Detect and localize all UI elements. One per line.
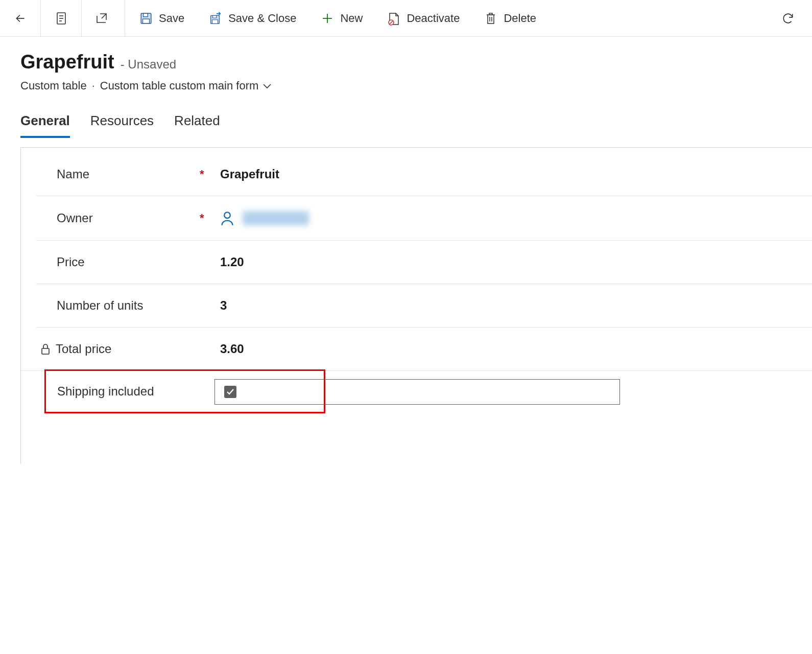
new-button[interactable]: New: [308, 0, 375, 37]
tab-related[interactable]: Related: [174, 113, 220, 138]
field-value-units[interactable]: 3: [220, 298, 227, 313]
field-value-price[interactable]: 1.20: [220, 255, 244, 269]
tab-bar: General Resources Related: [0, 92, 812, 138]
form-notes-button[interactable]: [41, 0, 82, 37]
open-new-window-button[interactable]: [82, 0, 123, 37]
chevron-down-icon: [262, 83, 272, 89]
required-indicator: *: [200, 168, 220, 181]
plus-icon: [321, 12, 334, 25]
svg-point-16: [224, 212, 230, 218]
save-status: - Unsaved: [121, 57, 176, 72]
field-label: Price: [57, 255, 200, 269]
field-row-owner[interactable]: Owner *: [36, 196, 812, 241]
popout-icon: [95, 12, 109, 25]
toolbar-separator: [125, 0, 125, 37]
checkbox-checked[interactable]: [224, 386, 236, 398]
field-row-price[interactable]: Price 1.20: [36, 241, 812, 284]
svg-rect-9: [212, 19, 218, 23]
refresh-icon: [781, 12, 795, 25]
field-label: Total price: [40, 342, 183, 356]
new-label: New: [340, 12, 363, 25]
form-name: Custom table custom main form: [100, 79, 259, 92]
tab-general[interactable]: General: [20, 113, 70, 138]
deactivate-button[interactable]: Deactivate: [375, 0, 472, 37]
field-row-total: Total price 3.60: [21, 328, 812, 371]
form-panel: Name * Grapefruit Owner * Price 1.20 Num…: [20, 147, 812, 464]
separator-dot: ·: [92, 79, 95, 92]
delete-button[interactable]: Delete: [472, 0, 548, 37]
delete-label: Delete: [504, 12, 536, 25]
field-row-name[interactable]: Name * Grapefruit: [36, 153, 812, 196]
svg-rect-6: [143, 19, 150, 24]
save-icon: [139, 12, 153, 25]
form-selector[interactable]: Custom table custom main form: [100, 79, 272, 92]
person-icon: [220, 211, 234, 226]
field-label: Shipping included: [57, 384, 210, 399]
back-button[interactable]: [0, 0, 41, 37]
required-indicator: *: [200, 212, 220, 225]
field-value-owner[interactable]: [220, 211, 309, 226]
deactivate-label: Deactivate: [407, 12, 460, 25]
field-row-units[interactable]: Number of units 3: [36, 284, 812, 328]
deactivate-icon: [387, 12, 400, 25]
entity-name: Custom table: [20, 79, 87, 92]
field-value-total: 3.60: [220, 342, 244, 356]
save-button[interactable]: Save: [127, 0, 197, 37]
field-label: Name: [57, 167, 200, 181]
tab-resources[interactable]: Resources: [90, 113, 154, 138]
svg-rect-17: [42, 348, 49, 354]
page-header: Grapefruit - Unsaved Custom table · Cust…: [0, 37, 812, 92]
field-label: Number of units: [57, 298, 200, 313]
refresh-button[interactable]: [769, 0, 807, 37]
trash-icon: [484, 12, 497, 25]
save-close-icon: [209, 12, 222, 25]
field-row-shipping[interactable]: Shipping included: [44, 369, 325, 413]
save-close-button[interactable]: Save & Close: [197, 0, 308, 37]
notes-icon: [55, 12, 68, 25]
command-bar: Save Save & Close New Deactivate Delete: [0, 0, 812, 37]
checkbox-container[interactable]: [214, 379, 620, 405]
save-label: Save: [159, 12, 184, 25]
svg-rect-5: [144, 13, 148, 17]
save-close-label: Save & Close: [228, 12, 296, 25]
field-label: Owner: [57, 211, 200, 225]
field-value-name[interactable]: Grapefruit: [220, 167, 279, 181]
svg-rect-8: [213, 15, 217, 18]
owner-redacted: [243, 211, 309, 225]
page-title: Grapefruit: [20, 51, 114, 73]
lock-icon: [40, 343, 51, 355]
check-icon: [226, 388, 234, 395]
back-arrow-icon: [14, 12, 27, 25]
